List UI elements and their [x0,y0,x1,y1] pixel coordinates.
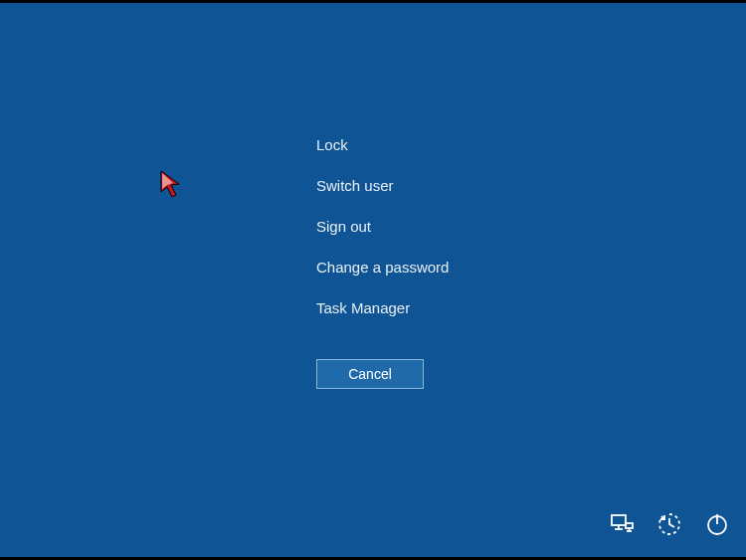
network-icon[interactable] [607,509,637,539]
svg-rect-0 [612,515,626,525]
power-icon[interactable] [702,509,732,539]
system-tray [607,509,732,539]
security-options-screen: Lock Switch user Sign out Change a passw… [0,3,746,557]
cancel-button[interactable]: Cancel [316,359,424,389]
svg-marker-8 [161,171,179,197]
svg-rect-3 [626,523,633,528]
security-options-menu: Lock Switch user Sign out Change a passw… [316,124,449,328]
svg-marker-9 [162,173,173,189]
menu-item-task-manager[interactable]: Task Manager [316,287,449,328]
mouse-cursor-icon [159,169,187,203]
menu-item-sign-out[interactable]: Sign out [316,206,449,247]
menu-item-lock[interactable]: Lock [316,124,449,165]
menu-item-change-password[interactable]: Change a password [316,247,449,287]
ease-of-access-icon[interactable] [654,509,684,539]
menu-item-switch-user[interactable]: Switch user [316,165,449,206]
